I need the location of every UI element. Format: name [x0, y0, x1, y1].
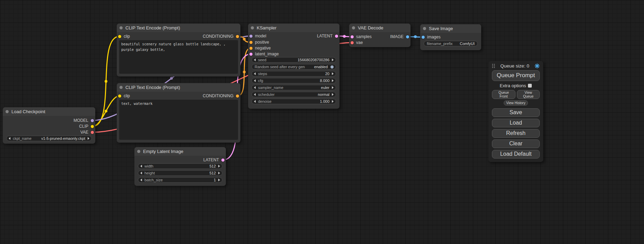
next-value-arrow-icon[interactable] — [88, 137, 89, 140]
toggle-dot-icon[interactable] — [330, 65, 334, 69]
collapse-dot-icon[interactable] — [6, 110, 9, 113]
node-title-bar[interactable]: VAE Decode — [349, 24, 411, 32]
decrement-arrow-icon[interactable] — [140, 165, 142, 168]
latent-image-input-dot[interactable] — [249, 53, 253, 56]
latent-output-dot[interactable] — [221, 159, 224, 162]
prev-value-arrow-icon[interactable] — [9, 137, 10, 140]
view-history-button[interactable]: View History — [504, 100, 528, 106]
node-load-checkpoint[interactable]: Load Checkpoint MODEL CLIP VAE ckpt_name… — [3, 107, 95, 144]
node-empty-latent-image[interactable]: Empty Latent Image LATENT width 512 heig… — [134, 147, 226, 186]
filename-prefix-widget[interactable]: filename_prefix ComfyUI — [424, 41, 478, 46]
decrement-arrow-icon[interactable] — [254, 79, 256, 82]
slot-latent-output: LATENT — [203, 157, 224, 163]
settings-gear-icon[interactable] — [535, 63, 540, 69]
positive-prompt-textarea[interactable]: beautiful scenery nature glass bottle la… — [119, 40, 238, 74]
widget-label: scheduler — [258, 92, 275, 97]
widget-label: batch_size — [144, 178, 163, 182]
collapse-dot-icon[interactable] — [423, 27, 426, 30]
increment-arrow-icon[interactable] — [332, 58, 334, 61]
widget-value: 512 — [210, 171, 216, 175]
prev-value-arrow-icon[interactable] — [254, 93, 256, 96]
batch-size-widget[interactable]: batch_size 1 — [138, 177, 222, 183]
widget-value: euler — [321, 85, 329, 90]
image-output-dot[interactable] — [406, 35, 409, 38]
next-value-arrow-icon[interactable] — [332, 100, 334, 103]
random-seed-toggle-widget[interactable]: Random seed after every gen enabled — [252, 64, 336, 70]
decrement-arrow-icon[interactable] — [254, 100, 256, 103]
slot-label: clip — [124, 93, 130, 98]
node-title-bar[interactable]: KSampler — [248, 24, 339, 32]
model-input-dot[interactable] — [249, 35, 253, 38]
height-widget[interactable]: height 512 — [138, 170, 222, 176]
decrement-arrow-icon[interactable] — [140, 179, 142, 181]
node-clip-text-encode-positive[interactable]: CLIP Text Encode (Prompt) clip CONDITION… — [117, 24, 240, 76]
ckpt-name-widget[interactable]: ckpt_name v1-5-pruned-emaonly.ckpt — [6, 136, 92, 141]
decrement-arrow-icon[interactable] — [254, 58, 256, 61]
vae-output-dot[interactable] — [91, 131, 94, 134]
decrement-arrow-icon[interactable] — [140, 172, 142, 174]
node-title-bar[interactable]: Save Image — [420, 24, 481, 33]
images-input-dot[interactable] — [422, 36, 425, 39]
slot-latent-output: LATENT — [317, 33, 338, 39]
save-button[interactable]: Save — [492, 108, 540, 117]
node-title-bar[interactable]: CLIP Text Encode (Prompt) — [117, 83, 240, 92]
conditioning-output-dot[interactable] — [236, 35, 239, 38]
cfg-widget[interactable]: cfg 8.000 — [252, 78, 336, 83]
increment-arrow-icon[interactable] — [218, 179, 220, 181]
collapse-dot-icon[interactable] — [352, 26, 355, 29]
slot-vae-input: vae — [351, 39, 363, 46]
widget-value: 20 — [325, 72, 329, 76]
negative-input-dot[interactable] — [249, 47, 253, 50]
node-title: CLIP Text Encode (Prompt) — [125, 25, 180, 30]
samples-input-dot[interactable] — [351, 35, 354, 38]
seed-widget[interactable]: seed 156680208700286 — [252, 57, 336, 63]
positive-input-dot[interactable] — [249, 41, 253, 44]
width-widget[interactable]: width 512 — [138, 163, 222, 169]
view-queue-button[interactable]: View Queue — [517, 90, 540, 99]
next-value-arrow-icon[interactable] — [332, 86, 334, 89]
clip-input-dot[interactable] — [118, 35, 121, 38]
negative-prompt-textarea[interactable]: text, watermark — [119, 100, 238, 140]
denoise-widget[interactable]: denoise 1.000 — [252, 99, 336, 104]
scheduler-widget[interactable]: scheduler normal — [252, 92, 336, 97]
refresh-button[interactable]: Refresh — [492, 129, 540, 138]
clip-input-dot[interactable] — [118, 94, 121, 98]
load-default-button[interactable]: Load Default — [492, 150, 540, 159]
steps-widget[interactable]: steps 20 — [252, 71, 336, 76]
collapse-dot-icon[interactable] — [120, 26, 123, 29]
increment-arrow-icon[interactable] — [218, 165, 220, 168]
node-title: Load Checkpoint — [11, 109, 45, 114]
sampler-name-widget[interactable]: sampler_name euler — [252, 85, 336, 90]
increment-arrow-icon[interactable] — [218, 172, 220, 174]
node-title-bar[interactable]: Empty Latent Image — [134, 147, 226, 156]
collapse-dot-icon[interactable] — [137, 150, 140, 153]
extra-options-checkbox[interactable] — [528, 84, 532, 88]
node-save-image[interactable]: Save Image images filename_prefix ComfyU… — [420, 24, 481, 50]
drag-handle-icon[interactable] — [492, 64, 495, 68]
increment-arrow-icon[interactable] — [332, 72, 334, 75]
widget-value: ComfyUI — [460, 42, 475, 46]
node-title-bar[interactable]: Load Checkpoint — [3, 107, 95, 116]
model-output-dot[interactable] — [91, 119, 94, 122]
node-title-bar[interactable]: CLIP Text Encode (Prompt) — [117, 24, 240, 32]
node-ksampler[interactable]: KSampler model positive negative latent_… — [248, 24, 339, 109]
clip-output-dot[interactable] — [91, 125, 94, 128]
increment-arrow-icon[interactable] — [332, 79, 334, 82]
load-button[interactable]: Load — [492, 119, 540, 127]
conditioning-output-dot[interactable] — [236, 94, 239, 98]
node-vae-decode[interactable]: VAE Decode samples vae IMAGE — [349, 24, 411, 47]
latent-output-dot[interactable] — [335, 35, 338, 38]
next-value-arrow-icon[interactable] — [332, 93, 334, 96]
widget-label: cfg — [258, 79, 263, 83]
clear-button[interactable]: Clear — [492, 139, 540, 148]
queue-size-label: Queue size: 0 — [500, 63, 529, 69]
extra-options-row: Extra options — [492, 83, 540, 88]
decrement-arrow-icon[interactable] — [254, 72, 256, 75]
vae-input-dot[interactable] — [351, 41, 354, 44]
node-clip-text-encode-negative[interactable]: CLIP Text Encode (Prompt) clip CONDITION… — [117, 83, 240, 143]
queue-front-button[interactable]: Queue Front — [492, 90, 515, 99]
collapse-dot-icon[interactable] — [120, 86, 123, 89]
prev-value-arrow-icon[interactable] — [254, 86, 256, 89]
collapse-dot-icon[interactable] — [251, 26, 254, 29]
queue-prompt-button[interactable]: Queue Prompt — [492, 70, 540, 81]
